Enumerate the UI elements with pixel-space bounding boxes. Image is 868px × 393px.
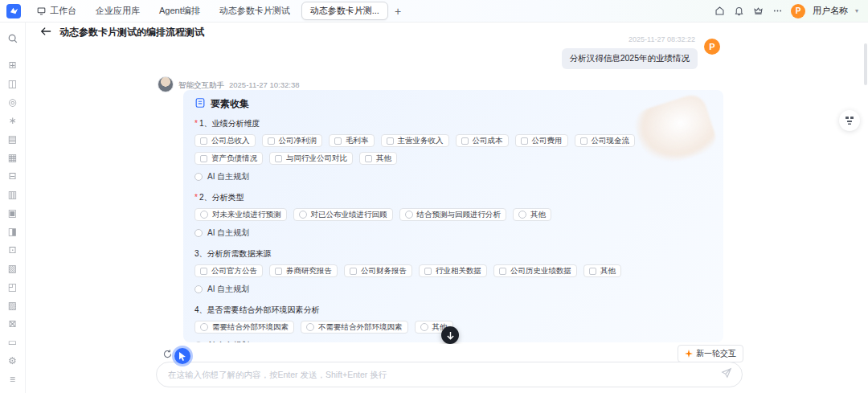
- option-chip[interactable]: 券商研究报告: [269, 264, 338, 277]
- image-icon[interactable]: ▧: [4, 259, 22, 277]
- option-chip[interactable]: 公司现金流: [575, 134, 636, 147]
- option-label: 资产负债情况: [211, 154, 257, 164]
- ai-plan-option[interactable]: AI 自主规划: [194, 227, 712, 239]
- scan-icon[interactable]: ⊡: [4, 240, 22, 259]
- option-chip[interactable]: 不需要结合外部环境因素: [301, 321, 408, 334]
- app-window: 工作台企业应用库Agent编排动态参数卡片测试动态参数卡片测... + P 用户…: [0, 0, 868, 393]
- required-asterisk: *: [194, 119, 198, 128]
- option-chip[interactable]: 与同行业公司对比: [269, 152, 353, 165]
- option-chip[interactable]: 其他: [359, 152, 397, 165]
- tab-item[interactable]: 动态参数卡片测试: [211, 2, 298, 19]
- mouse-cursor-indicator: [172, 346, 193, 366]
- tab-active[interactable]: 动态参数卡片测...: [301, 2, 388, 20]
- plugin-icon[interactable]: ∗: [4, 111, 22, 129]
- footer: 新一轮交互: [26, 344, 868, 393]
- send-icon[interactable]: [721, 367, 732, 382]
- topbar: 工作台企业应用库Agent编排动态参数卡片测试动态参数卡片测... + P 用户…: [0, 0, 868, 23]
- card-icon[interactable]: ▣: [4, 203, 22, 222]
- element-collection-card: 要素收集 *1、业绩分析维度公司总收入公司净利润毛利率主营业务收入公司成本公司费…: [183, 90, 723, 342]
- ai-plan-option[interactable]: AI 自主规划: [194, 171, 712, 182]
- section-title: *2、分析类型: [194, 192, 712, 203]
- form-icon[interactable]: ▥: [4, 185, 22, 203]
- scroll-to-bottom-button[interactable]: [441, 326, 459, 344]
- option-chip[interactable]: 行业相关数据: [419, 264, 487, 277]
- option-label: 其他: [530, 210, 546, 220]
- sidebar-icon-list: ⊞◫◎∗▤▦⊟▥▣◨⊡▧◰▨⊠▭⚙≡: [4, 55, 22, 388]
- window-icon[interactable]: ◨: [4, 222, 22, 240]
- assistant-name: 智能交互助手: [178, 80, 224, 89]
- mail-icon[interactable]: ⊟: [4, 166, 22, 185]
- home-icon[interactable]: [714, 5, 726, 17]
- option-chip[interactable]: 公司官方公告: [194, 264, 263, 277]
- required-asterisk: *: [194, 193, 198, 202]
- message-input-box[interactable]: [156, 362, 743, 387]
- option-chip[interactable]: 其他: [583, 264, 621, 277]
- card-header: 要素收集: [194, 98, 712, 110]
- option-chip[interactable]: 结合预测与回顾进行分析: [399, 208, 507, 221]
- checkbox-icon: [200, 268, 207, 275]
- checkbox-icon: [387, 137, 394, 145]
- panel-icon[interactable]: ▭: [4, 333, 22, 351]
- option-chip[interactable]: 公司净利润: [262, 134, 323, 147]
- apps-icon[interactable]: ⊞: [4, 55, 22, 74]
- option-chip[interactable]: 其他: [513, 208, 551, 221]
- option-chip[interactable]: 公司财务报告: [344, 264, 412, 277]
- checkbox-icon: [200, 137, 207, 145]
- tab-item[interactable]: Agent编排: [151, 2, 208, 19]
- tab-item[interactable]: 工作台: [29, 2, 84, 19]
- user-avatar[interactable]: P: [791, 4, 805, 18]
- settings-icon[interactable]: ⚙: [4, 351, 22, 370]
- page-header: 动态参数卡片测试的编排流程测试: [26, 23, 868, 42]
- album-icon[interactable]: ▦: [4, 148, 22, 166]
- search-icon[interactable]: [4, 29, 22, 47]
- section-title: 3、分析所需数据来源: [194, 248, 712, 260]
- option-label: 券商研究报告: [286, 266, 332, 276]
- option-chip[interactable]: 公司总收入: [194, 134, 256, 147]
- app-logo-icon[interactable]: [6, 4, 21, 18]
- tab-label: 动态参数卡片测试: [219, 5, 290, 17]
- option-label: 主营业务收入: [398, 136, 444, 146]
- radio-icon: [405, 211, 413, 219]
- ai-plan-label: AI 自主规划: [207, 284, 249, 295]
- user-name[interactable]: 用户名称: [813, 5, 848, 17]
- option-row: 公司总收入公司净利润毛利率主营业务收入公司成本公司费用公司现金流资产负债情况与同…: [194, 134, 709, 165]
- new-tab-button[interactable]: +: [388, 5, 407, 18]
- regenerate-icon[interactable]: [162, 349, 173, 359]
- crop-icon[interactable]: ◰: [4, 277, 22, 296]
- checkbox-icon: [580, 137, 588, 145]
- option-chip[interactable]: 公司历史业绩数据: [493, 264, 577, 277]
- card-sections: *1、业绩分析维度公司总收入公司净利润毛利率主营业务收入公司成本公司费用公司现金…: [194, 118, 712, 342]
- option-chip[interactable]: 对已公布业绩进行回顾: [293, 208, 393, 221]
- gallery-icon[interactable]: ▤: [4, 129, 22, 148]
- ai-plan-option[interactable]: AI 自主规划: [194, 284, 712, 295]
- option-label: 结合预测与回顾进行分析: [417, 210, 502, 220]
- option-label: 公司净利润: [279, 136, 317, 146]
- floating-widget-button[interactable]: [839, 110, 860, 131]
- menu-icon[interactable]: ≡: [4, 370, 22, 388]
- scrollbar-thumb[interactable]: [864, 43, 867, 85]
- more-ellipsis-icon[interactable]: [772, 5, 784, 17]
- notifications-bell-icon[interactable]: [733, 5, 745, 17]
- assistant-icon[interactable]: ◎: [4, 92, 22, 111]
- option-label: 公司现金流: [592, 136, 630, 146]
- option-chip[interactable]: 主营业务收入: [381, 134, 449, 147]
- new-round-button[interactable]: 新一轮交互: [678, 345, 743, 362]
- pattern-icon[interactable]: ▨: [4, 296, 22, 314]
- option-chip[interactable]: 公司成本: [456, 134, 509, 147]
- checkbox-icon: [200, 155, 207, 162]
- option-chip[interactable]: 资产负债情况: [194, 152, 263, 165]
- checkbox-icon: [365, 155, 372, 162]
- option-chip[interactable]: 对未来业绩进行预测: [194, 208, 287, 221]
- option-row: 对未来业绩进行预测对已公布业绩进行回顾结合预测与回顾进行分析其他: [194, 208, 709, 221]
- back-arrow-icon[interactable]: [40, 25, 51, 39]
- org-structure-icon[interactable]: ◫: [4, 74, 22, 92]
- option-chip[interactable]: 毛利率: [329, 134, 375, 147]
- message-input[interactable]: [166, 369, 721, 380]
- option-chip[interactable]: 需要结合外部环境因素: [194, 321, 294, 334]
- close-window-icon[interactable]: ⊠: [4, 314, 22, 333]
- tab-item[interactable]: 企业应用库: [88, 2, 148, 19]
- crown-icon[interactable]: [752, 5, 764, 17]
- option-chip[interactable]: 公司费用: [515, 134, 568, 147]
- option-label: 毛利率: [346, 136, 369, 146]
- checkbox-icon: [521, 137, 528, 145]
